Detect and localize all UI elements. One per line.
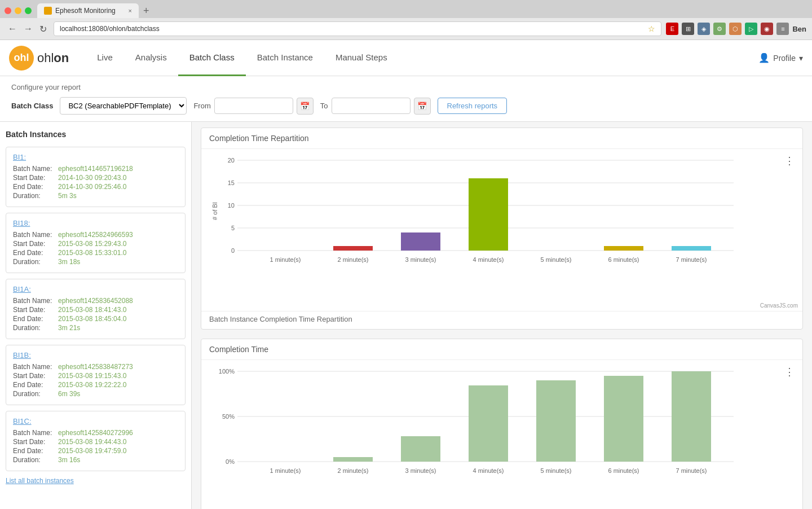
profile-menu[interactable]: 👤 Profile ▾ <box>758 52 803 63</box>
menu-icon[interactable]: ≡ <box>776 23 789 35</box>
tab-close-button[interactable]: × <box>129 7 132 14</box>
chart1-section: Completion Time Repartition ⋮ 0 5 10 15 … <box>201 128 803 330</box>
svg-text:0%: 0% <box>226 458 235 465</box>
svg-text:4 minute(s): 4 minute(s) <box>473 467 504 474</box>
batch-field-start-bi1: Start Date: 2014-10-30 09:20:43.0 <box>13 174 178 182</box>
extension-4-icon[interactable]: ⚙ <box>713 23 726 35</box>
nav-item-manual-steps[interactable]: Manual Steps <box>324 40 399 76</box>
svg-text:6 minute(s): 6 minute(s) <box>608 467 639 474</box>
svg-text:2 minute(s): 2 minute(s) <box>337 256 368 263</box>
extension-3-icon[interactable]: ◈ <box>698 23 710 35</box>
nav-item-analysis[interactable]: Analysis <box>124 40 178 76</box>
batch-id-bi1b[interactable]: BI1B: <box>13 351 178 359</box>
from-calendar-button[interactable]: 📅 <box>297 98 314 115</box>
browser-address-bar: ← → ↻ localhost:18080/ohlon/batchclass ☆… <box>0 18 812 40</box>
svg-text:3 minute(s): 3 minute(s) <box>405 467 436 474</box>
batch-field-end-bi1: End Date: 2014-10-30 09:25:46.0 <box>13 183 178 191</box>
refresh-button[interactable]: ↻ <box>37 23 49 36</box>
profile-chevron-icon: ▾ <box>799 54 803 63</box>
logo-text: ohlon <box>37 51 69 65</box>
to-label: To <box>320 102 328 110</box>
svg-rect-12 <box>333 246 373 251</box>
maximize-dot[interactable] <box>25 7 32 14</box>
start-date-value: 2014-10-30 09:20:43.0 <box>58 174 126 182</box>
svg-text:20: 20 <box>228 157 235 164</box>
profile-label: Profile <box>773 54 796 63</box>
duration-label: Duration: <box>13 192 58 200</box>
svg-text:5 minute(s): 5 minute(s) <box>540 256 571 263</box>
batch-id-bi1a[interactable]: BI1A: <box>13 285 178 293</box>
batch-name-label: Batch Name: <box>13 165 58 173</box>
minimize-dot[interactable] <box>15 7 21 14</box>
batch-card-bi1b: BI1B: Batch Name: ephesoft1425838487273 … <box>6 345 186 405</box>
svg-text:2 minute(s): 2 minute(s) <box>337 467 368 474</box>
back-button[interactable]: ← <box>6 23 19 35</box>
svg-text:100%: 100% <box>219 368 235 375</box>
svg-text:1 minute(s): 1 minute(s) <box>270 256 301 263</box>
bookmark-icon[interactable]: ☆ <box>648 24 655 33</box>
chart2-title: Completion Time <box>201 339 802 360</box>
svg-text:10: 10 <box>228 202 235 209</box>
nav-item-live[interactable]: Live <box>86 40 124 76</box>
logo-bold-text: on <box>54 51 69 65</box>
batch-id-bi18[interactable]: BI18: <box>13 219 178 227</box>
from-date-input[interactable] <box>214 98 293 114</box>
logo: ohl ohlon <box>9 46 69 71</box>
svg-text:5: 5 <box>231 225 235 231</box>
extension-7-icon[interactable]: ◉ <box>761 23 773 35</box>
config-row: Batch Class BC2 (SearchablePDFTemplate) … <box>11 97 801 115</box>
batch-class-select[interactable]: BC2 (SearchablePDFTemplate) <box>60 97 187 115</box>
extension-6-icon[interactable]: ▷ <box>745 23 757 35</box>
browser-tab[interactable]: Ephesoft Monitoring × <box>37 3 139 18</box>
svg-rect-36 <box>604 376 643 462</box>
chart1-title: Completion Time Repartition <box>201 128 802 149</box>
batch-card-bi18: BI18: Batch Name: ephesoft1425824966593 … <box>6 213 186 273</box>
tab-label: Ephesoft Monitoring <box>55 7 116 15</box>
svg-rect-16 <box>604 246 643 251</box>
svg-rect-32 <box>333 457 373 462</box>
profile-icon: 👤 <box>758 52 770 63</box>
to-date-input[interactable] <box>332 98 411 114</box>
extension-2-icon[interactable]: ⊞ <box>682 23 694 35</box>
end-date-label: End Date: <box>13 183 58 191</box>
batch-field-name-bi1: Batch Name: ephesoft1414657196218 <box>13 165 178 173</box>
svg-text:7 minute(s): 7 minute(s) <box>676 256 707 263</box>
extension-1-icon[interactable]: E <box>666 23 678 35</box>
nav-menu: Live Analysis Batch Class Batch Instance… <box>86 40 758 76</box>
batch-id-bi1[interactable]: BI1: <box>13 153 178 161</box>
from-label: From <box>193 102 210 110</box>
nav-item-batch-instance[interactable]: Batch Instance <box>246 40 324 76</box>
user-label: Ben <box>792 25 806 33</box>
chart2-svg: 0% 50% 100% <box>209 366 739 501</box>
config-section: Configure your report Batch Class BC2 (S… <box>0 76 812 122</box>
batch-field-duration-bi1: Duration: 5m 3s <box>13 192 178 200</box>
to-calendar-button[interactable]: 📅 <box>414 98 431 115</box>
tab-favicon <box>44 7 52 15</box>
svg-rect-33 <box>401 436 440 462</box>
duration-value: 5m 3s <box>58 192 77 200</box>
charts-area: Completion Time Repartition ⋮ 0 5 10 15 … <box>192 122 812 509</box>
chart2-menu-button[interactable]: ⋮ <box>784 366 795 378</box>
chart1-menu-button[interactable]: ⋮ <box>784 155 795 167</box>
batch-id-bi1c[interactable]: BI1C: <box>13 417 178 425</box>
forward-button[interactable]: → <box>21 23 35 35</box>
batch-card-bi1c: BI1C: Batch Name: ephesoft1425840272996 … <box>6 411 186 471</box>
chart2-section: Completion Time ⋮ 0% 50% 100% <box>201 339 803 509</box>
logo-icon: ohl <box>9 46 34 71</box>
new-tab-button[interactable]: + <box>143 5 149 17</box>
svg-text:50%: 50% <box>222 413 235 420</box>
chart1-svg: 0 5 10 15 20 # of BI <box>209 155 739 290</box>
close-dot[interactable] <box>5 7 11 14</box>
chart1-container: ⋮ 0 5 10 15 20 # of BI <box>201 149 802 301</box>
batch-card-bi1: BI1: Batch Name: ephesoft1414657196218 S… <box>6 147 186 207</box>
address-bar[interactable]: localhost:18080/ohlon/batchclass ☆ <box>54 21 661 36</box>
browser-actions: E ⊞ ◈ ⚙ ⬡ ▷ ◉ ≡ Ben <box>666 23 806 35</box>
svg-text:0: 0 <box>231 247 235 254</box>
svg-text:7 minute(s): 7 minute(s) <box>676 467 707 474</box>
sidebar: Batch Instances BI1: Batch Name: ephesof… <box>0 122 192 509</box>
refresh-reports-button[interactable]: Refresh reports <box>438 98 508 114</box>
nav-item-batch-class[interactable]: Batch Class <box>178 40 246 76</box>
list-all-link[interactable]: List all batch instances <box>6 477 186 485</box>
extension-5-icon[interactable]: ⬡ <box>729 23 742 35</box>
from-date-group: From 📅 <box>193 98 313 115</box>
